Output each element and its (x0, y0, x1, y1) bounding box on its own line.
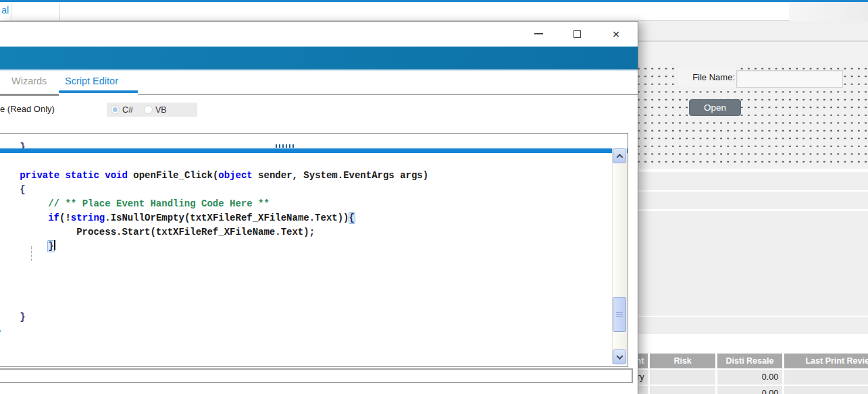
file-name-input[interactable] (736, 70, 843, 88)
dialog-tabstrip: Wizards Script Editor (0, 72, 638, 95)
splitter-grip-icon[interactable] (276, 144, 294, 148)
table-cell: 0.00 (717, 386, 782, 394)
code-text[interactable]: } private static void openFile_Click(obj… (0, 140, 608, 339)
tabstrip-border (138, 94, 638, 95)
script-editor-dialog: × Wizards Script Editor e (Read Only) C#… (0, 21, 638, 394)
csharp-radio[interactable] (111, 105, 120, 114)
scroll-up-button[interactable] (613, 148, 626, 163)
tabstrip-border (0, 94, 59, 96)
maximize-button[interactable] (563, 22, 591, 45)
scrollbar-thumb[interactable] (613, 297, 626, 332)
table-cell: 0.00 (717, 370, 782, 385)
tab-wizards[interactable]: Wizards (11, 76, 47, 86)
tab-separator (11, 3, 11, 20)
dialog-banner (0, 47, 638, 71)
splitter-bar[interactable] (0, 144, 628, 153)
source-code-readonly-label: e (Read Only) (0, 104, 55, 114)
scrollbar-track[interactable] (612, 148, 627, 364)
top-tab-bar: al (0, 2, 868, 21)
table-header-cell[interactable]: Last Print Review (784, 354, 868, 368)
screen: al File Name: Open ntRiskDisti ResaleLas… (0, 0, 868, 394)
maximize-icon (573, 30, 581, 38)
open-button[interactable]: Open (689, 99, 741, 116)
vertical-scrollbar[interactable] (612, 148, 627, 364)
table-cell (784, 386, 868, 394)
close-icon: × (612, 28, 619, 40)
table-header-cell[interactable]: Risk (650, 354, 715, 368)
dialog-titlebar[interactable]: × (0, 22, 638, 47)
top-tab-active[interactable]: al (1, 5, 9, 16)
file-name-label: File Name: (678, 72, 735, 82)
table-cell (650, 370, 715, 385)
minimize-icon (534, 33, 543, 34)
code-editor[interactable]: } private static void openFile_Click(obj… (0, 133, 628, 367)
chevron-up-icon (616, 153, 623, 160)
tab-separator (59, 3, 60, 20)
csharp-radio-label: C# (122, 105, 133, 115)
indent-guide (31, 246, 32, 261)
language-toggle: C# VB (107, 103, 197, 117)
close-button[interactable]: × (602, 22, 630, 45)
table-header-cell[interactable]: Disti Resale (717, 354, 782, 368)
tab-script-editor[interactable]: Script Editor (65, 76, 118, 86)
table-cell (784, 370, 868, 385)
chevron-down-icon (616, 353, 623, 360)
active-tab-underline (59, 90, 138, 93)
dialog-footer (0, 383, 638, 394)
scroll-down-button[interactable] (613, 349, 626, 364)
table-cell (650, 386, 715, 394)
tabbar-right-area (789, 2, 868, 21)
vb-radio-label: VB (155, 105, 167, 115)
minimize-button[interactable] (524, 22, 553, 45)
bottom-textbox[interactable] (0, 368, 633, 383)
vb-radio[interactable] (144, 105, 153, 114)
